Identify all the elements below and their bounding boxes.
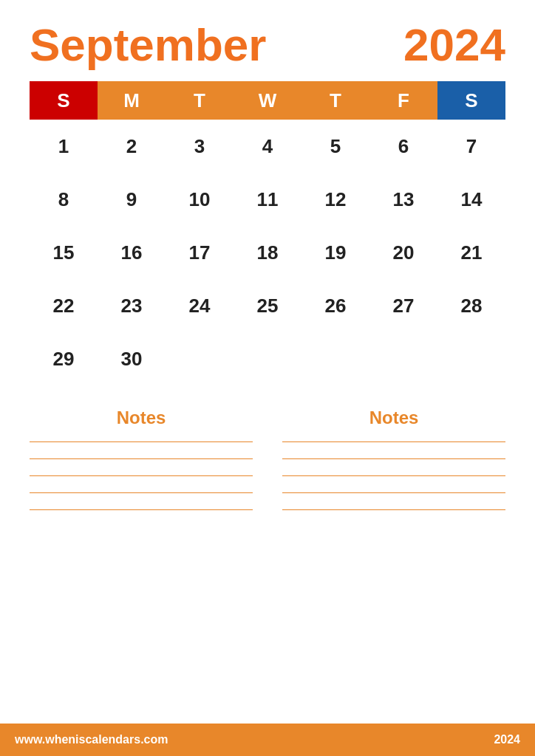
calendar-day: 11 bbox=[234, 173, 301, 226]
notes-line-2 bbox=[30, 458, 253, 459]
calendar-day: 28 bbox=[437, 279, 505, 332]
calendar-day: 25 bbox=[234, 279, 301, 332]
notes-title-right: Notes bbox=[282, 408, 505, 428]
notes-section: Notes Notes bbox=[30, 408, 505, 756]
notes-line-r3 bbox=[282, 475, 505, 476]
calendar-day: 17 bbox=[166, 226, 234, 279]
notes-column-left: Notes bbox=[30, 408, 253, 756]
calendar-row: 15161718192021 bbox=[30, 226, 505, 279]
calendar-row: 22232425262728 bbox=[30, 279, 505, 332]
header-saturday: S bbox=[437, 81, 505, 120]
calendar-day: 24 bbox=[166, 279, 234, 332]
calendar-day: 23 bbox=[98, 279, 166, 332]
calendar-day: 4 bbox=[234, 120, 301, 173]
calendar-day: 26 bbox=[301, 279, 369, 332]
calendar-day: 14 bbox=[437, 173, 505, 226]
calendar-day: 21 bbox=[437, 226, 505, 279]
calendar-day: 2 bbox=[98, 120, 166, 173]
notes-line-1 bbox=[30, 441, 253, 442]
calendar-day: 12 bbox=[301, 173, 369, 226]
notes-line-r5 bbox=[282, 509, 505, 510]
calendar-day bbox=[301, 332, 369, 385]
calendar-day: 29 bbox=[30, 332, 98, 385]
calendar-day: 1 bbox=[30, 120, 98, 173]
calendar-row: 1234567 bbox=[30, 120, 505, 173]
calendar-day: 5 bbox=[301, 120, 369, 173]
calendar-day: 10 bbox=[166, 173, 234, 226]
header-tuesday: T bbox=[166, 81, 234, 120]
calendar-day bbox=[166, 332, 234, 385]
notes-column-right: Notes bbox=[282, 408, 505, 756]
calendar-row: 2930 bbox=[30, 332, 505, 385]
notes-line-4 bbox=[30, 492, 253, 493]
calendar-day: 9 bbox=[98, 173, 166, 226]
calendar-day: 20 bbox=[369, 226, 437, 279]
calendar-day: 22 bbox=[30, 279, 98, 332]
calendar-day: 18 bbox=[234, 226, 301, 279]
calendar-day: 13 bbox=[369, 173, 437, 226]
calendar-row: 891011121314 bbox=[30, 173, 505, 226]
calendar-header: September 2024 bbox=[30, 22, 505, 68]
header-monday: M bbox=[98, 81, 166, 120]
calendar-day: 6 bbox=[369, 120, 437, 173]
footer-year: 2024 bbox=[494, 733, 520, 746]
footer: www.wheniscalendars.com 2024 bbox=[0, 724, 535, 756]
calendar-day: 7 bbox=[437, 120, 505, 173]
calendar-day: 27 bbox=[369, 279, 437, 332]
notes-line-3 bbox=[30, 475, 253, 476]
calendar-page: September 2024 S M T W T F S 12345678910… bbox=[0, 0, 535, 756]
header-sunday: S bbox=[30, 81, 98, 120]
calendar-day bbox=[437, 332, 505, 385]
calendar-day: 3 bbox=[166, 120, 234, 173]
notes-line-r1 bbox=[282, 441, 505, 442]
notes-line-r2 bbox=[282, 458, 505, 459]
calendar-day: 30 bbox=[98, 332, 166, 385]
month-title: September bbox=[30, 22, 266, 68]
footer-url: www.wheniscalendars.com bbox=[15, 733, 168, 746]
notes-title-left: Notes bbox=[30, 408, 253, 428]
calendar-day: 8 bbox=[30, 173, 98, 226]
notes-line-5 bbox=[30, 509, 253, 510]
calendar-day bbox=[234, 332, 301, 385]
calendar-day: 15 bbox=[30, 226, 98, 279]
calendar-day: 19 bbox=[301, 226, 369, 279]
calendar-body: 1234567891011121314151617181920212223242… bbox=[30, 120, 505, 385]
notes-line-r4 bbox=[282, 492, 505, 493]
header-thursday: T bbox=[301, 81, 369, 120]
header-wednesday: W bbox=[234, 81, 301, 120]
calendar-table: S M T W T F S 12345678910111213141516171… bbox=[30, 81, 505, 385]
year-title: 2024 bbox=[403, 22, 505, 68]
calendar-day bbox=[369, 332, 437, 385]
calendar-day: 16 bbox=[98, 226, 166, 279]
day-header-row: S M T W T F S bbox=[30, 81, 505, 120]
header-friday: F bbox=[369, 81, 437, 120]
